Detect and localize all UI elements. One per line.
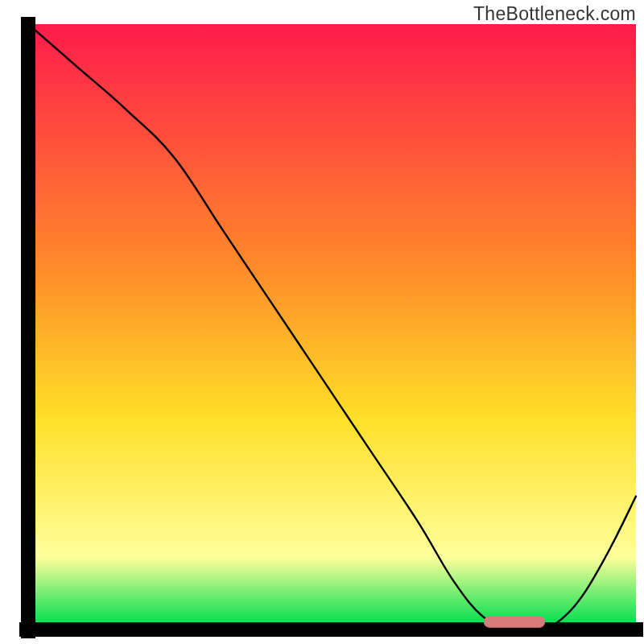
watermark-text: TheBottleneck.com (473, 3, 636, 25)
gradient-background (28, 24, 636, 630)
optimal-range-marker (484, 617, 545, 628)
bottleneck-chart (0, 0, 644, 644)
